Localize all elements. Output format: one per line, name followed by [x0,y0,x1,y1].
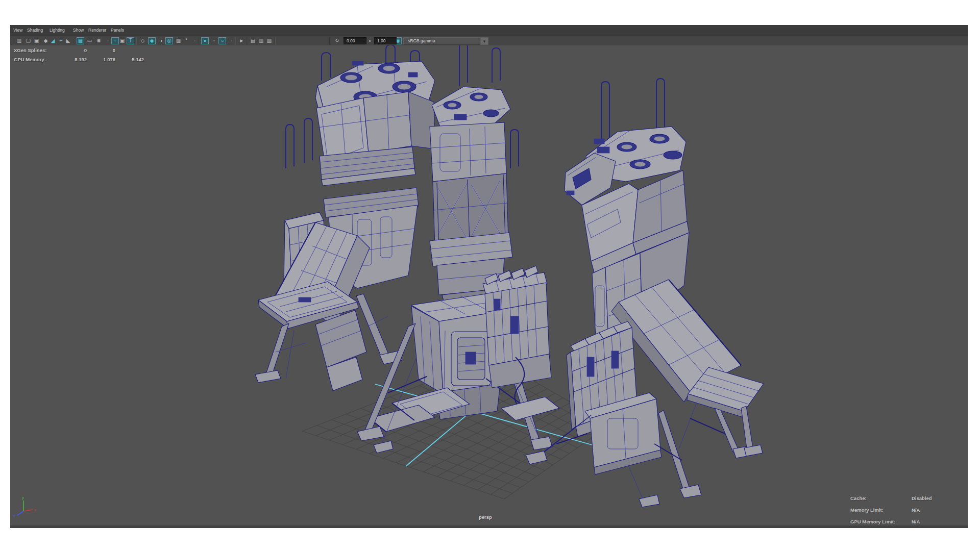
toolbar-separator [74,37,75,44]
menu-lighting[interactable]: Lighting [50,28,65,33]
wireframe-mode-icon[interactable]: ◇ [139,37,146,44]
menu-panels[interactable]: Panels [111,28,124,33]
image-plane-icon[interactable]: ◢ [49,37,57,44]
hud-gpu-limit-row: GPU Memory Limit: N/A [850,519,895,524]
camera-lock-icon[interactable]: ▢ [24,37,32,44]
exposure-field[interactable]: 0.00 [344,37,366,44]
anti-alias-icon[interactable]: ○ [218,37,226,44]
occlusion-icon[interactable]: ● [201,37,209,44]
cache-value: Disabled [912,495,932,501]
tower-model-right[interactable] [526,79,764,507]
panel-layout-single-icon[interactable]: ▤ [249,37,257,44]
hud-xgen-value-2: 0 [85,47,115,53]
panel-toolbar: ▥▢▣◆◢+◣▦▭◙▪▫▣T◇◆◑◎▨*▪●◦○▪►▤▥▧↻◐◉ 0.00 1.… [10,36,968,45]
shadows-icon[interactable]: ▪ [191,37,199,44]
film-gate-icon[interactable]: ▭ [86,37,93,44]
gamma-field[interactable]: 1.00 [374,37,397,44]
shaded-mode-icon[interactable]: ◆ [148,37,156,44]
toolbar-separator [329,37,330,44]
svg-text:x: x [34,508,36,512]
gpu-limit-label: GPU Memory Limit: [850,519,895,524]
menu-renderer[interactable]: Renderer [88,28,106,33]
two-d-pan-zoom-icon[interactable]: + [57,37,65,44]
textured-mode-icon[interactable]: ◑ [157,37,165,44]
hud-gpu-row: GPU Memory: 8 192 1 076 5 142 [14,57,46,62]
panel-layout-four-icon[interactable]: ▥ [257,37,265,44]
viewport-3d[interactable]: y x z XGen Splines: 0 0 GPU Memory: 8 19… [10,45,968,528]
axis-gizmo: y x z [13,495,36,518]
scene-svg: y x z [10,45,968,528]
maya-viewport-panel: View Shading Lighting Show Renderer Pane… [10,25,968,528]
safe-action-icon[interactable]: ▣ [118,37,126,44]
field-chart-icon[interactable]: ▫ [111,37,119,44]
menu-view[interactable]: View [13,28,22,33]
hud-gpu-value-3: 5 142 [113,57,144,62]
bookmark-icon[interactable]: ◆ [42,37,50,44]
toolbar-separator [275,37,276,44]
memory-limit-value: N/A [912,507,920,513]
toolbar-grip[interactable] [12,38,14,44]
svg-text:z: z [13,514,15,518]
safe-title-icon[interactable]: T [127,37,134,44]
lights-icon[interactable]: * [183,37,190,44]
view-transform-dropdown[interactable]: sRGB gamma [403,37,481,45]
hud-gpu-label: GPU Memory: [14,57,46,62]
hud-xgen-label: XGen Splines: [14,47,46,53]
motion-blur-icon[interactable]: ◦ [210,37,218,44]
toolbar-separator [136,37,137,44]
exposure-icon[interactable]: ◐ [366,37,374,44]
view-transform-arrow[interactable]: ▼ [480,37,488,45]
hud-gpu-value-1: 8 192 [56,57,87,62]
wireframe-on-shaded-icon[interactable]: ◎ [165,37,173,44]
select-cursor-icon[interactable]: ► [238,37,246,44]
menu-show[interactable]: Show [73,28,84,33]
refresh-icon[interactable]: ↻ [333,37,341,44]
hud-xgen-row: XGen Splines: 0 0 [14,47,46,53]
gate-mask-icon[interactable]: ▪ [104,37,112,44]
hud-gpu-value-2: 1 076 [85,57,115,62]
toolbar-separator [246,37,247,44]
memory-limit-label: Memory Limit: [850,507,884,513]
depth-of-field-icon[interactable]: ▪ [228,37,235,44]
resolution-gate-icon[interactable]: ◙ [95,37,103,44]
menu-shading[interactable]: Shading [27,28,43,33]
toolbar-separator [198,37,199,44]
hud-cache-row: Cache: Disabled [850,495,867,501]
cache-label: Cache: [850,495,867,501]
viewport-bottom-edge [10,525,968,528]
hud-xgen-value-1: 0 [56,47,87,53]
panel-layout-split-icon[interactable]: ▧ [265,37,273,44]
svg-text:y: y [22,495,24,500]
panel-menu-bar: View Shading Lighting Show Renderer Pane… [10,25,968,36]
camera-icon[interactable]: ▥ [15,37,23,44]
hud-memory-row: Memory Limit: N/A [850,507,884,513]
grid-toggle-icon[interactable]: ▦ [77,37,84,44]
camera-name-label: persp [479,514,492,520]
greaser-icon[interactable]: ◣ [64,37,72,44]
gpu-limit-value: N/A [912,519,920,524]
toolbar-separator [235,37,236,44]
use-default-material-icon[interactable]: ▨ [175,37,182,44]
camera-attrs-icon[interactable]: ▣ [33,37,40,44]
